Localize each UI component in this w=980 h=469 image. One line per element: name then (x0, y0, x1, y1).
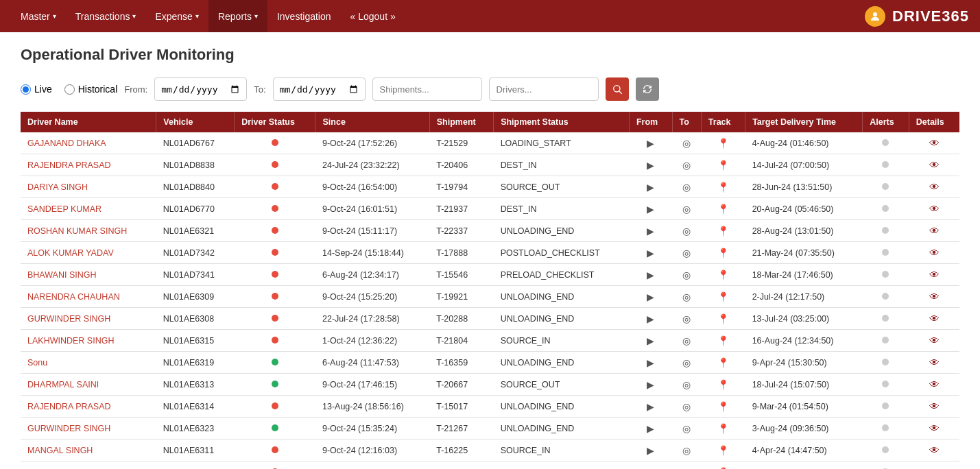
track-icon[interactable]: 📍 (717, 204, 729, 215)
nav-master[interactable]: Master ▾ (11, 0, 66, 32)
live-radio[interactable] (21, 84, 31, 95)
cell-from[interactable]: ▶ (629, 286, 672, 308)
cell-details[interactable]: 👁 (909, 264, 959, 286)
cell-details[interactable]: 👁 (909, 198, 959, 220)
track-icon[interactable]: 📍 (717, 313, 729, 324)
track-icon[interactable]: 📍 (717, 291, 729, 302)
from-icon[interactable]: ▶ (647, 204, 654, 215)
view-details-icon[interactable]: 👁 (929, 400, 940, 412)
cell-track[interactable]: 📍 (701, 286, 745, 308)
view-details-icon[interactable]: 👁 (929, 137, 940, 149)
cell-details[interactable]: 👁 (909, 440, 959, 461)
cell-details[interactable]: 👁 (909, 308, 959, 330)
to-icon[interactable]: ◎ (682, 357, 691, 368)
cell-from[interactable]: ▶ (629, 352, 672, 374)
cell-details[interactable]: 👁 (909, 220, 959, 242)
view-details-icon[interactable]: 👁 (929, 269, 940, 280)
cell-from[interactable]: ▶ (629, 176, 672, 198)
to-icon[interactable]: ◎ (682, 182, 691, 193)
cell-track[interactable]: 📍 (701, 461, 745, 470)
from-icon[interactable]: ▶ (647, 445, 654, 456)
cell-to[interactable]: ◎ (672, 286, 701, 308)
cell-to[interactable]: ◎ (672, 154, 701, 176)
cell-track[interactable]: 📍 (701, 242, 745, 264)
track-icon[interactable]: 📍 (717, 138, 729, 149)
cell-track[interactable]: 📍 (701, 352, 745, 374)
cell-details[interactable]: 👁 (909, 461, 959, 470)
track-icon[interactable]: 📍 (717, 269, 729, 280)
cell-from[interactable]: ▶ (629, 154, 672, 176)
cell-details[interactable]: 👁 (909, 396, 959, 418)
view-details-icon[interactable]: 👁 (929, 291, 940, 302)
track-icon[interactable]: 📍 (717, 445, 729, 456)
cell-from[interactable]: ▶ (629, 440, 672, 461)
from-icon[interactable]: ▶ (647, 335, 654, 346)
track-icon[interactable]: 📍 (717, 160, 729, 171)
cell-track[interactable]: 📍 (701, 176, 745, 198)
from-icon[interactable]: ▶ (647, 291, 654, 302)
cell-details[interactable]: 👁 (909, 418, 959, 440)
cell-details[interactable]: 👁 (909, 242, 959, 264)
cell-details[interactable]: 👁 (909, 286, 959, 308)
track-icon[interactable]: 📍 (717, 357, 729, 368)
cell-track[interactable]: 📍 (701, 132, 745, 154)
view-details-icon[interactable]: 👁 (929, 422, 940, 434)
cell-to[interactable]: ◎ (672, 440, 701, 461)
to-icon[interactable]: ◎ (682, 226, 691, 237)
nav-investigation[interactable]: Investigation (267, 0, 341, 32)
cell-to[interactable]: ◎ (672, 308, 701, 330)
cell-track[interactable]: 📍 (701, 374, 745, 396)
view-details-icon[interactable]: 👁 (929, 444, 940, 456)
cell-details[interactable]: 👁 (909, 132, 959, 154)
track-icon[interactable]: 📍 (717, 401, 729, 412)
from-icon[interactable]: ▶ (647, 226, 654, 237)
cell-track[interactable]: 📍 (701, 418, 745, 440)
to-icon[interactable]: ◎ (682, 269, 691, 280)
cell-from[interactable]: ▶ (629, 242, 672, 264)
cell-from[interactable]: ▶ (629, 374, 672, 396)
nav-logout[interactable]: « Logout » (341, 0, 405, 32)
cell-to[interactable]: ◎ (672, 396, 701, 418)
view-details-icon[interactable]: 👁 (929, 466, 940, 469)
from-icon[interactable]: ▶ (647, 401, 654, 412)
cell-track[interactable]: 📍 (701, 308, 745, 330)
view-details-icon[interactable]: 👁 (929, 159, 940, 171)
to-icon[interactable]: ◎ (682, 445, 691, 456)
to-icon[interactable]: ◎ (682, 291, 691, 302)
nav-reports[interactable]: Reports ▾ (208, 0, 267, 32)
cell-track[interactable]: 📍 (701, 396, 745, 418)
track-icon[interactable]: 📍 (717, 467, 729, 470)
cell-from[interactable]: ▶ (629, 308, 672, 330)
track-icon[interactable]: 📍 (717, 226, 729, 237)
nav-expense[interactable]: Expense ▾ (145, 0, 208, 32)
cell-to[interactable]: ◎ (672, 374, 701, 396)
cell-to[interactable]: ◎ (672, 220, 701, 242)
view-details-icon[interactable]: 👁 (929, 335, 940, 346)
cell-track[interactable]: 📍 (701, 264, 745, 286)
cell-from[interactable]: ▶ (629, 396, 672, 418)
nav-transactions[interactable]: Transactions ▾ (66, 0, 146, 32)
cell-to[interactable]: ◎ (672, 198, 701, 220)
from-icon[interactable]: ▶ (647, 423, 654, 434)
from-icon[interactable]: ▶ (647, 467, 654, 470)
to-icon[interactable]: ◎ (682, 401, 691, 412)
cell-track[interactable]: 📍 (701, 220, 745, 242)
cell-to[interactable]: ◎ (672, 418, 701, 440)
historical-radio-label[interactable]: Historical (64, 84, 118, 95)
view-details-icon[interactable]: 👁 (929, 225, 940, 237)
to-date-input[interactable] (273, 77, 366, 101)
from-icon[interactable]: ▶ (647, 248, 654, 258)
cell-to[interactable]: ◎ (672, 461, 701, 470)
search-button[interactable] (606, 77, 629, 101)
cell-from[interactable]: ▶ (629, 264, 672, 286)
track-icon[interactable]: 📍 (717, 423, 729, 434)
view-details-icon[interactable]: 👁 (929, 181, 940, 193)
cell-to[interactable]: ◎ (672, 264, 701, 286)
to-icon[interactable]: ◎ (682, 335, 691, 346)
from-icon[interactable]: ▶ (647, 379, 654, 390)
cell-to[interactable]: ◎ (672, 132, 701, 154)
track-icon[interactable]: 📍 (717, 248, 729, 258)
drivers-search-input[interactable] (489, 77, 599, 101)
cell-to[interactable]: ◎ (672, 330, 701, 352)
to-icon[interactable]: ◎ (682, 467, 691, 470)
